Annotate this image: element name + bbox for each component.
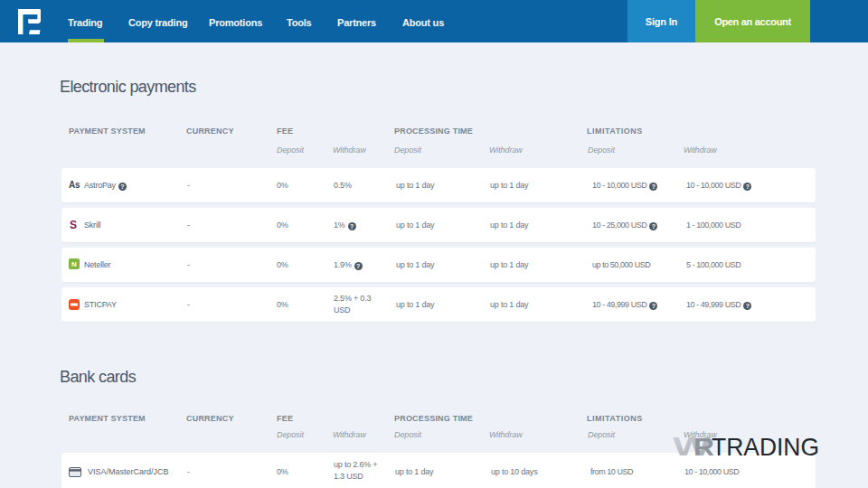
svg-text:TRADING: TRADING xyxy=(712,435,819,460)
svg-text:N: N xyxy=(71,260,77,268)
